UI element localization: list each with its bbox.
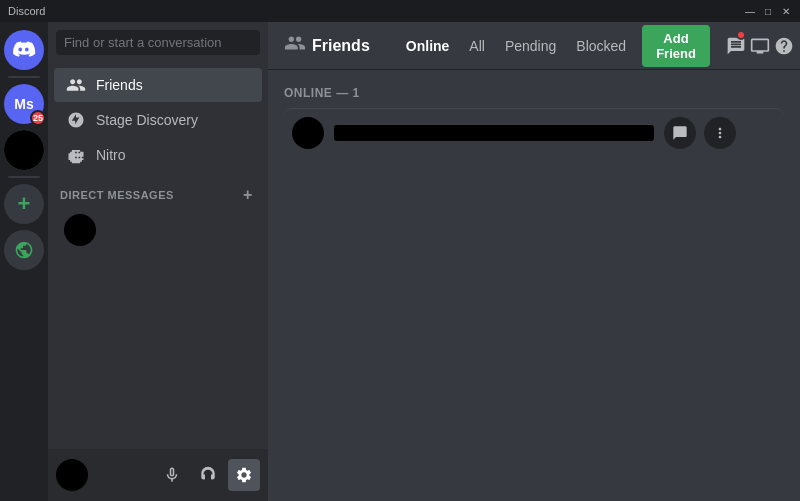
user-controls [156,459,260,491]
server-sidebar: Ms 25 + [0,22,48,501]
message-button[interactable] [726,30,746,62]
nav-item-stage-discovery[interactable]: Stage Discovery [54,103,262,137]
direct-messages-title: Direct Messages [60,189,174,201]
add-server-icon: + [18,191,31,217]
tab-all[interactable]: All [461,34,493,58]
friend-more-button[interactable] [704,117,736,149]
search-input[interactable] [56,30,260,55]
friend-avatar [292,117,324,149]
user-panel [48,449,268,501]
friend-name-redacted [334,125,654,141]
maximize-button[interactable]: □ [762,5,774,17]
main-content: Friends Online All Pending Blocked Add F… [268,22,800,501]
nitro-label: Nitro [96,147,126,163]
channel-sidebar: Friends Stage Discovery Nitro [48,22,268,501]
app-layout: Ms 25 + [0,22,800,501]
notification-badge [736,30,746,40]
topbar-title: Friends [312,37,370,55]
nav-item-nitro[interactable]: Nitro [54,138,262,172]
server-icon-label: Ms [14,96,33,112]
settings-button[interactable] [228,459,260,491]
add-server-button[interactable]: + [4,184,44,224]
discord-home-button[interactable] [4,30,44,70]
stage-discovery-icon [66,110,86,130]
friend-message-button[interactable] [664,117,696,149]
friends-icon [66,75,86,95]
titlebar-title: Discord [8,5,45,17]
minimize-button[interactable]: — [744,5,756,17]
notification-badge: 25 [30,110,46,126]
mic-button[interactable] [156,459,188,491]
topbar: Friends Online All Pending Blocked Add F… [268,22,800,70]
online-header: ONLINE — 1 [284,86,784,100]
headset-button[interactable] [192,459,224,491]
add-friend-button[interactable]: Add Friend [642,25,710,67]
server-icon-ms[interactable]: Ms 25 [4,84,44,124]
server-divider [8,76,40,78]
tab-online[interactable]: Online [398,34,458,58]
dm-avatar [64,214,96,246]
direct-messages-header: Direct Messages + [48,173,268,207]
friend-row [284,108,784,157]
friends-label: Friends [96,77,143,93]
friends-content: ONLINE — 1 [268,70,800,501]
titlebar-controls: — □ ✕ [744,5,792,17]
nitro-icon [66,145,86,165]
close-button[interactable]: ✕ [780,5,792,17]
stage-discovery-label: Stage Discovery [96,112,198,128]
dm-item[interactable] [54,208,262,252]
server-icon-avatar[interactable] [4,130,44,170]
nav-item-friends[interactable]: Friends [54,68,262,102]
monitor-button[interactable] [750,30,770,62]
server-divider-2 [8,176,40,178]
search-container [48,22,268,63]
explore-button[interactable] [4,230,44,270]
user-avatar [56,459,88,491]
tab-blocked[interactable]: Blocked [568,34,634,58]
channel-nav: Friends Stage Discovery Nitro [48,63,268,449]
add-dm-button[interactable]: + [240,187,256,203]
titlebar: Discord — □ ✕ [0,0,800,22]
help-button[interactable] [774,30,794,62]
friend-actions [664,117,736,149]
tab-pending[interactable]: Pending [497,34,564,58]
friends-topbar-icon [284,32,306,59]
